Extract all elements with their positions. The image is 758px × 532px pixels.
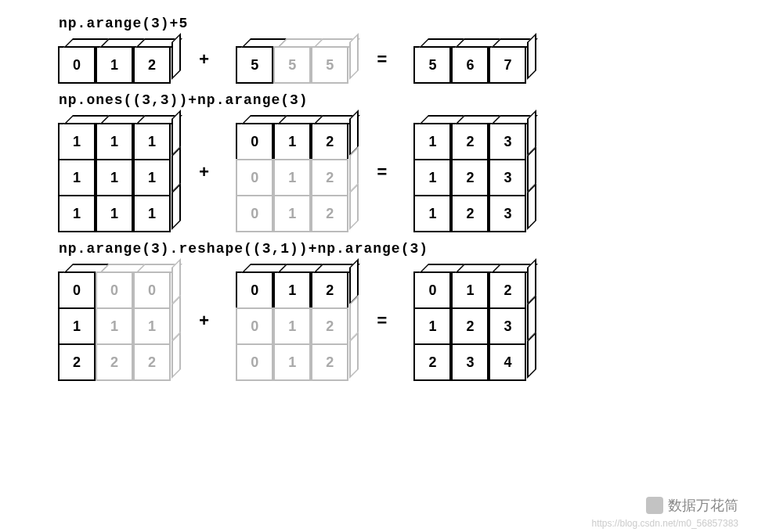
cell: 2 bbox=[451, 123, 489, 160]
cell-ghost: 2 bbox=[311, 195, 348, 232]
cell: 1 bbox=[413, 195, 451, 232]
arange-3-block: 0 1 2 bbox=[59, 47, 171, 83]
cell-ghost: 2 bbox=[96, 343, 133, 381]
cell-ghost: 1 bbox=[96, 307, 133, 345]
cell: 1 bbox=[413, 307, 451, 345]
cell: 1 bbox=[96, 123, 133, 160]
cell-ghost: 5 bbox=[273, 46, 311, 84]
cell: 1 bbox=[96, 195, 133, 232]
cell: 1 bbox=[58, 307, 96, 345]
cell: 1 bbox=[96, 46, 133, 84]
cell: 2 bbox=[451, 159, 489, 196]
cell: 2 bbox=[311, 123, 348, 160]
cell-ghost: 1 bbox=[273, 195, 311, 232]
plus-operator: + bbox=[191, 51, 217, 70]
cell: 2 bbox=[451, 195, 489, 232]
cell: 2 bbox=[311, 271, 348, 309]
cell-ghost: 2 bbox=[311, 343, 348, 381]
cell: 0 bbox=[236, 271, 273, 309]
cell: 1 bbox=[273, 271, 311, 309]
watermark-url: https://blog.csdn.net/m0_56857383 bbox=[592, 518, 738, 529]
cell: 1 bbox=[96, 159, 133, 196]
row-1: 0 1 2 + 5 5 5 = bbox=[59, 38, 699, 83]
cell-ghost: 5 bbox=[311, 46, 348, 84]
cell: 1 bbox=[413, 123, 451, 160]
cell: 7 bbox=[489, 46, 526, 84]
expression-3: np.arange(3).reshape((3,1))+np.arange(3) bbox=[59, 241, 699, 257]
cell-ghost: 0 bbox=[133, 271, 171, 309]
cell-ghost: 1 bbox=[273, 343, 311, 381]
cell-ghost: 2 bbox=[133, 343, 171, 381]
cell: 3 bbox=[489, 123, 526, 160]
example-2: np.ones((3,3))+np.arange(3) 1 1 1 1 1 1 … bbox=[59, 92, 699, 232]
row-2: 1 1 1 1 1 1 1 1 1 + 0 1 2 bbox=[59, 114, 699, 232]
cell: 1 bbox=[58, 195, 96, 232]
diagram-container: np.arange(3)+5 0 1 2 + 5 5 5 bbox=[0, 0, 758, 405]
result-2-block: 1 2 3 1 2 3 1 2 3 bbox=[414, 124, 527, 232]
cell: 4 bbox=[489, 343, 526, 381]
cell-ghost: 0 bbox=[236, 195, 273, 232]
cell-ghost: 0 bbox=[236, 343, 273, 381]
row-3: 0 0 0 1 1 1 2 2 2 + 0 1 2 bbox=[59, 263, 699, 380]
cell: 0 bbox=[413, 271, 451, 309]
expression-1: np.arange(3)+5 bbox=[59, 16, 699, 31]
cell: 0 bbox=[58, 271, 96, 309]
cell-ghost: 1 bbox=[273, 307, 311, 345]
cell: 1 bbox=[413, 159, 451, 196]
cell: 3 bbox=[489, 159, 526, 196]
ones-3x3-block: 1 1 1 1 1 1 1 1 1 bbox=[59, 124, 171, 232]
cell: 3 bbox=[489, 195, 526, 232]
cell: 2 bbox=[451, 307, 489, 345]
expression-2: np.ones((3,3))+np.arange(3) bbox=[59, 92, 699, 108]
watermark: 数据万花筒 bbox=[646, 496, 738, 515]
arange-row-broadcast-block: 0 1 2 0 1 2 0 1 2 bbox=[236, 124, 349, 232]
cell: 1 bbox=[133, 123, 171, 160]
plus-operator: + bbox=[191, 164, 217, 183]
cell: 0 bbox=[58, 46, 96, 84]
cell-ghost: 0 bbox=[96, 271, 133, 309]
plus-operator: + bbox=[191, 312, 217, 332]
cell: 1 bbox=[58, 123, 96, 160]
example-3: np.arange(3).reshape((3,1))+np.arange(3)… bbox=[59, 241, 699, 380]
cell-ghost: 2 bbox=[311, 159, 348, 196]
cell: 3 bbox=[489, 307, 526, 345]
wechat-icon bbox=[646, 497, 663, 514]
equals-operator: = bbox=[369, 51, 395, 70]
result-3-block: 0 1 2 1 2 3 2 3 4 bbox=[414, 272, 527, 380]
column-broadcast-block: 0 0 0 1 1 1 2 2 2 bbox=[59, 272, 171, 380]
cell: 6 bbox=[451, 46, 489, 84]
cell: 1 bbox=[133, 195, 171, 232]
example-1: np.arange(3)+5 0 1 2 + 5 5 5 bbox=[59, 16, 699, 83]
cell: 1 bbox=[451, 271, 489, 309]
equals-operator: = bbox=[369, 164, 395, 183]
cell: 2 bbox=[413, 343, 451, 381]
cell: 1 bbox=[133, 159, 171, 196]
cell: 1 bbox=[273, 123, 311, 160]
cell: 5 bbox=[413, 46, 451, 84]
cell: 2 bbox=[489, 271, 526, 309]
cell: 2 bbox=[133, 46, 171, 84]
equals-operator: = bbox=[369, 312, 395, 332]
cell-ghost: 0 bbox=[236, 159, 273, 196]
watermark-text: 数据万花筒 bbox=[668, 496, 738, 515]
cell-ghost: 0 bbox=[236, 307, 273, 345]
cell: 5 bbox=[236, 46, 273, 84]
cell: 3 bbox=[451, 343, 489, 381]
row-broadcast-block: 0 1 2 0 1 2 0 1 2 bbox=[236, 272, 349, 380]
cell: 1 bbox=[58, 159, 96, 196]
scalar-5-block: 5 5 5 bbox=[236, 47, 349, 83]
cell-ghost: 1 bbox=[133, 307, 171, 345]
cell: 0 bbox=[236, 123, 273, 160]
cell-ghost: 1 bbox=[273, 159, 311, 196]
cell: 2 bbox=[58, 343, 96, 381]
cell-ghost: 2 bbox=[311, 307, 348, 345]
result-1-block: 5 6 7 bbox=[414, 47, 527, 83]
